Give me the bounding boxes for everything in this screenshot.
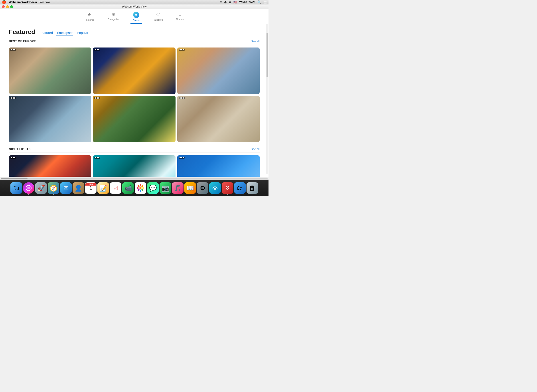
dock-item-mail[interactable]: ✉ xyxy=(60,182,72,195)
section-title-europe: BEST OF EUROPE xyxy=(9,40,36,43)
dock-item-finder[interactable]: 🗂 xyxy=(10,182,22,195)
control-center-icon[interactable]: ☰ xyxy=(264,0,267,4)
clock: Wed 8:03 AM xyxy=(239,1,255,4)
camplus-icon: ◉ xyxy=(133,12,139,18)
safari-dock-icon: 🧭 xyxy=(48,182,59,194)
dock-item-messages[interactable]: 💬 xyxy=(147,182,159,195)
tab-featured-sub[interactable]: Featured xyxy=(40,31,53,36)
dock-item-sysprefs[interactable]: ⚙ xyxy=(197,182,208,195)
dock-item-trash[interactable]: 🗑 xyxy=(246,182,258,195)
scroll-bar-track[interactable] xyxy=(1,177,268,179)
webcam-dot xyxy=(227,194,228,195)
image-badge-3 xyxy=(179,49,185,51)
image-nyc-bg xyxy=(9,155,91,177)
dock-item-siri[interactable] xyxy=(23,182,34,195)
image-stpete-night[interactable] xyxy=(93,47,175,94)
dock-item-reminders[interactable]: ☑ xyxy=(110,182,121,195)
see-all-night[interactable]: See all xyxy=(251,147,260,151)
section-best-of-europe: BEST OF EUROPE See all xyxy=(9,40,260,142)
tab-favorites[interactable]: ♡ Favorites xyxy=(151,12,165,24)
image-boats[interactable] xyxy=(9,96,91,142)
upload-icon: ⬆ xyxy=(220,0,222,4)
search-label: Search xyxy=(176,18,184,20)
image-rome[interactable] xyxy=(177,47,260,94)
europe-grid xyxy=(9,47,260,142)
tab-categories[interactable]: ⊞ Categories xyxy=(105,12,122,24)
siri-dot xyxy=(28,194,29,195)
featured-label: Featured xyxy=(84,19,94,21)
image-athens[interactable] xyxy=(9,47,91,94)
image-stpete-church[interactable] xyxy=(93,96,175,142)
section-header-night: NIGHT LIGHTS See all xyxy=(9,147,260,153)
minimize-button[interactable] xyxy=(6,5,9,8)
dock-item-launchpad[interactable]: 🚀 xyxy=(35,182,47,195)
trash-dock-icon: 🗑 xyxy=(246,182,258,194)
dock-item-notes[interactable]: 📝 xyxy=(97,182,109,195)
dock-item-books[interactable]: 📖 xyxy=(184,182,196,195)
window-chrome: Webcam World View xyxy=(0,5,268,9)
svg-point-6 xyxy=(141,189,144,191)
dock-item-facetime2[interactable]: 📷 xyxy=(160,182,171,195)
image-dubai-bg xyxy=(93,155,175,177)
close-button[interactable] xyxy=(2,5,5,8)
image-badge-8 xyxy=(94,157,100,159)
see-all-europe[interactable]: See all xyxy=(251,40,260,43)
main-content: Featured Featured Timelapses Popular BES… xyxy=(0,24,268,177)
image-stpete-church-bg xyxy=(93,96,175,142)
image-athens-bg xyxy=(9,47,91,94)
toolbar: ★ Featured ⊞ Categories ◉ Cam+ ♡ Favorit… xyxy=(0,9,268,24)
image-nyc[interactable] xyxy=(9,155,91,177)
dock-item-facetime[interactable]: 📹 xyxy=(122,182,134,195)
favorites-icon: ♡ xyxy=(156,12,160,18)
dock-item-calendar[interactable]: APR 1 xyxy=(85,182,97,195)
image-badge xyxy=(10,49,16,51)
app-name: Webcam World View xyxy=(9,0,37,4)
image-aerial-bg xyxy=(177,96,260,142)
image-badge-6 xyxy=(179,97,185,99)
tab-popular[interactable]: Popular xyxy=(77,31,88,36)
dock-item-safari[interactable]: 🧭 xyxy=(48,182,59,195)
window-menu[interactable]: Window xyxy=(40,0,50,4)
dock-item-files[interactable]: 🗂 xyxy=(234,182,246,195)
reminders-dock-icon: ☑ xyxy=(110,182,121,194)
menubar-icons: ⬆ ⊕ 🖥 🇺🇸 xyxy=(220,0,237,4)
finder-dock-icon: 🗂 xyxy=(10,182,22,194)
dock-item-music[interactable]: 🎵 xyxy=(172,182,184,195)
flag-icon: 🇺🇸 xyxy=(233,0,237,4)
tab-search[interactable]: ⌕ Search xyxy=(174,12,186,24)
music-dock-icon: 🎵 xyxy=(172,182,184,194)
image-marina[interactable] xyxy=(177,155,260,177)
image-dubai[interactable] xyxy=(93,155,175,177)
tab-camplus[interactable]: ◉ Cam+ xyxy=(130,12,142,24)
scroll-bar-bottom xyxy=(0,177,268,180)
image-aerial[interactable] xyxy=(177,96,260,142)
menubar-right: ⬆ ⊕ 🖥 🇺🇸 Wed 8:03 AM 🔍 ☰ xyxy=(220,0,267,4)
section-night-lights: NIGHT LIGHTS See all xyxy=(9,147,260,177)
dock-item-contacts[interactable]: 👤 xyxy=(73,182,84,195)
tab-featured[interactable]: ★ Featured xyxy=(82,12,97,24)
dock-item-webcam[interactable] xyxy=(222,182,233,195)
section-title-night: NIGHT LIGHTS xyxy=(9,147,31,151)
scroll-track[interactable] xyxy=(266,24,268,174)
search-menubar-icon[interactable]: 🔍 xyxy=(257,0,262,4)
svg-point-7 xyxy=(140,190,141,192)
scroll-thumb[interactable] xyxy=(267,33,268,77)
image-badge-5 xyxy=(94,97,100,99)
image-badge-4 xyxy=(10,97,16,99)
dock-item-photos[interactable] xyxy=(135,182,146,195)
files-dock-icon: 🗂 xyxy=(234,182,246,194)
safari-dot xyxy=(53,194,54,195)
webcam-dock-icon xyxy=(222,182,233,194)
scroll-bar-thumb[interactable] xyxy=(1,177,28,179)
maximize-button[interactable] xyxy=(10,5,13,8)
apple-menu[interactable]: 🍎 xyxy=(2,0,6,4)
display-icon: 🖥 xyxy=(229,0,232,4)
calendar-dock-icon: APR 1 xyxy=(85,182,97,194)
svg-point-10 xyxy=(137,185,140,187)
tab-timelapses[interactable]: Timelapses xyxy=(56,31,73,36)
sysprefs-dock-icon: ⚙ xyxy=(197,182,208,194)
dock-item-airdrop[interactable] xyxy=(209,182,221,195)
image-stpete-night-bg xyxy=(93,47,175,94)
categories-label: Categories xyxy=(108,18,119,21)
window-title: Webcam World View xyxy=(122,5,147,8)
